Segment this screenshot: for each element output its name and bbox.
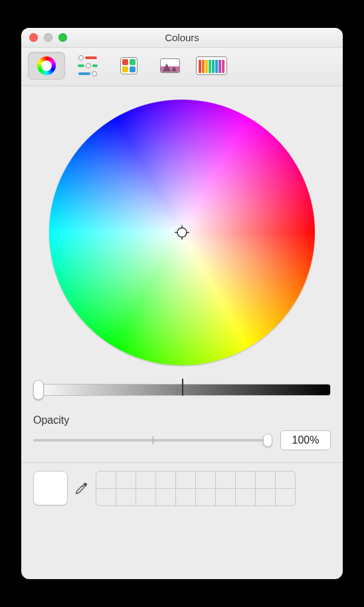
current-colour-swatch[interactable]: [33, 471, 68, 505]
swatch-cell[interactable]: [195, 488, 216, 506]
swatch-cell[interactable]: [275, 471, 296, 489]
tab-colour-palettes[interactable]: [110, 52, 147, 80]
brightness-tick: [182, 379, 183, 396]
swatch-cell[interactable]: [215, 471, 236, 489]
swatch-cell[interactable]: [255, 471, 276, 489]
swatch-cell[interactable]: [215, 488, 236, 506]
divider: [21, 462, 343, 463]
tab-colour-sliders[interactable]: [69, 52, 106, 80]
eyedropper-button[interactable]: [74, 481, 89, 495]
swatch-cell[interactable]: [235, 471, 256, 489]
colours-window: Colours: [21, 28, 343, 579]
swatch-cell[interactable]: [116, 471, 136, 489]
swatch-cell[interactable]: [96, 488, 116, 506]
image-icon: [160, 58, 180, 73]
opacity-tick: [153, 436, 153, 444]
tab-pencils[interactable]: [193, 52, 230, 80]
opacity-slider[interactable]: [33, 432, 272, 448]
content-area: Opacity 100%: [21, 86, 343, 579]
colour-wheel[interactable]: [49, 100, 315, 365]
eyedropper-icon: [74, 481, 89, 495]
tab-colour-wheel[interactable]: [28, 52, 65, 80]
opacity-label: Opacity: [33, 414, 331, 426]
brightness-thumb[interactable]: [33, 380, 44, 400]
sliders-icon: [76, 56, 99, 76]
swatch-cell[interactable]: [175, 488, 196, 506]
palette-icon: [120, 57, 137, 74]
swatch-cell[interactable]: [155, 488, 176, 506]
swatch-cell[interactable]: [195, 471, 216, 489]
colour-wheel-icon: [37, 56, 56, 75]
swatch-cell[interactable]: [96, 471, 116, 489]
swatch-cell[interactable]: [136, 471, 156, 489]
swatch-cell[interactable]: [275, 488, 296, 506]
swatch-cell[interactable]: [255, 488, 276, 506]
opacity-field[interactable]: 100%: [280, 430, 331, 450]
swatch-cell[interactable]: [136, 488, 156, 506]
opacity-thumb[interactable]: [263, 434, 272, 447]
swatch-cell[interactable]: [235, 488, 256, 506]
pencils-icon: [196, 56, 227, 75]
svg-point-0: [177, 228, 187, 237]
brightness-slider[interactable]: [33, 380, 331, 400]
window-title: Colours: [21, 32, 343, 43]
saved-swatches-grid[interactable]: [96, 471, 295, 505]
swatch-cell[interactable]: [116, 488, 136, 506]
titlebar: Colours: [21, 28, 343, 48]
picker-mode-toolbar: [21, 48, 343, 86]
swatch-cell[interactable]: [175, 471, 196, 489]
opacity-value: 100%: [292, 434, 319, 446]
colour-wheel-crosshair-icon: [175, 225, 189, 240]
swatch-cell[interactable]: [155, 471, 176, 489]
tab-image-palettes[interactable]: [151, 52, 189, 80]
